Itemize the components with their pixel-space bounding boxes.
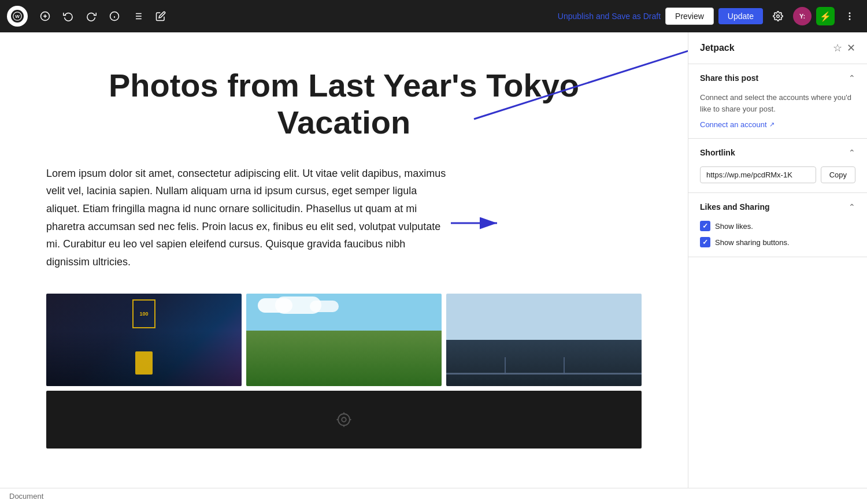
wp-logo[interactable]: W <box>7 6 28 27</box>
image-row-1: 100 <box>46 294 642 386</box>
show-likes-label: Show likes. <box>715 222 753 231</box>
edit-button[interactable] <box>150 6 171 27</box>
share-section-body: Connect and select the accounts where yo… <box>688 92 867 138</box>
image-mountain[interactable] <box>446 294 642 386</box>
svg-point-14 <box>777 15 780 18</box>
likes-sharing-body: Show likes. Show sharing buttons. <box>688 221 867 257</box>
share-section-header[interactable]: Share this post ⌃ <box>688 64 867 92</box>
shortlink-section-title: Shortlink <box>700 148 735 157</box>
share-section: Share this post ⌃ Connect and select the… <box>688 64 867 139</box>
yoast-badge[interactable]: Y: <box>793 7 812 25</box>
favorite-icon[interactable]: ☆ <box>833 42 842 54</box>
likes-sharing-title: Likes and Sharing <box>700 202 770 212</box>
shortlink-section: Shortlink ⌃ Copy <box>688 139 867 193</box>
likes-sharing-section: Likes and Sharing ⌃ Show likes. Show sha… <box>688 193 867 257</box>
svg-point-18 <box>338 414 350 425</box>
preview-button[interactable]: Preview <box>665 8 714 25</box>
shortlink-row: Copy <box>700 166 855 183</box>
image-city[interactable]: 100 <box>46 294 242 386</box>
show-likes-checkbox[interactable] <box>700 221 710 231</box>
sidebar-header: Jetpack ☆ ✕ <box>688 32 867 64</box>
jetpack-badge[interactable]: ⚡ <box>816 7 835 25</box>
share-section-title: Share this post <box>700 73 758 83</box>
shortlink-input[interactable] <box>700 166 816 183</box>
image-row-2 <box>46 391 642 449</box>
editor-area[interactable]: Photos from Last Year's Tokyo Vacation L… <box>0 32 688 488</box>
show-sharing-row: Show sharing buttons. <box>700 237 855 247</box>
unpublish-link[interactable]: Unpublish and Save as Draft <box>558 12 661 21</box>
more-options-button[interactable] <box>839 6 860 27</box>
image-dark[interactable] <box>46 391 642 449</box>
close-sidebar-button[interactable]: ✕ <box>847 42 855 54</box>
show-likes-row: Show likes. <box>700 221 855 231</box>
likes-sharing-chevron-icon: ⌃ <box>849 202 855 212</box>
add-block-button[interactable] <box>35 6 55 27</box>
post-body: Lorem ipsum dolor sit amet, consectetur … <box>46 165 451 271</box>
shortlink-chevron-icon: ⌃ <box>849 148 855 157</box>
undo-button[interactable] <box>58 6 79 27</box>
update-button[interactable]: Update <box>718 8 763 24</box>
svg-point-16 <box>849 16 850 17</box>
share-description: Connect and select the accounts where yo… <box>700 92 855 114</box>
connect-account-link[interactable]: Connect an account <box>700 120 855 129</box>
copy-shortlink-button[interactable]: Copy <box>821 166 855 183</box>
image-green-field[interactable] <box>246 294 442 386</box>
share-chevron-icon: ⌃ <box>849 73 855 83</box>
list-view-button[interactable] <box>127 6 148 27</box>
svg-point-15 <box>849 13 850 14</box>
status-document-label: Document <box>9 492 43 501</box>
svg-point-19 <box>342 418 346 423</box>
info-button[interactable] <box>104 6 125 27</box>
redo-button[interactable] <box>81 6 102 27</box>
post-title: Photos from Last Year's Tokyo Vacation <box>46 67 642 142</box>
status-bar: Document <box>0 488 867 504</box>
show-sharing-checkbox[interactable] <box>700 237 710 247</box>
svg-point-17 <box>849 19 850 20</box>
show-sharing-label: Show sharing buttons. <box>715 238 790 247</box>
main-area: Photos from Last Year's Tokyo Vacation L… <box>0 32 867 488</box>
sidebar-header-actions: ☆ ✕ <box>833 42 855 54</box>
likes-sharing-header[interactable]: Likes and Sharing ⌃ <box>688 193 867 221</box>
sidebar-panel-title: Jetpack <box>700 43 735 53</box>
shortlink-section-body: Copy <box>688 166 867 192</box>
toolbar: W Unpublish and Save <box>0 0 867 32</box>
svg-text:W: W <box>15 14 20 19</box>
jetpack-sidebar: Jetpack ☆ ✕ Share this post ⌃ Connect an… <box>688 32 867 488</box>
settings-button[interactable] <box>768 6 788 27</box>
shortlink-section-header[interactable]: Shortlink ⌃ <box>688 139 867 166</box>
